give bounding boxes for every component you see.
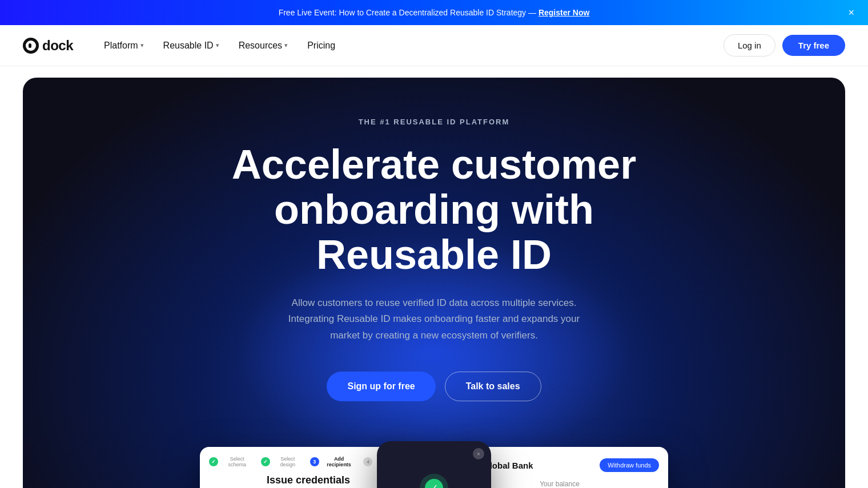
logo-icon [23,38,39,54]
step-label-1: Select schema [223,456,252,467]
svg-rect-1 [29,43,31,48]
banner-text: Free Live Event: How to Create a Decentr… [27,8,841,17]
step-3: 3 [310,457,319,466]
try-free-button[interactable]: Try free [782,35,845,56]
signup-button[interactable]: Sign up for free [327,372,435,401]
checkmark-icon: ✓ [425,479,443,488]
hero-screenshots: ✓ Select schema ✓ Select design 3 Add re… [34,435,834,488]
hero-buttons: Sign up for free Talk to sales [34,372,834,401]
nav-item-platform[interactable]: Platform ▾ [96,36,152,55]
hero-eyebrow: THE #1 REUSABLE ID PLATFORM [34,118,834,126]
nav-item-reusable-id[interactable]: Reusable ID ▾ [155,36,227,55]
logo-text: dock [42,38,73,54]
banner-message: Free Live Event: How to Create a Decentr… [279,8,536,17]
chevron-down-icon: ▾ [284,42,288,49]
banner-register-link[interactable]: Register Now [539,8,589,17]
talk-to-sales-button[interactable]: Talk to sales [445,372,541,401]
nav-reusable-id-label: Reusable ID [163,41,214,51]
nav-item-resources[interactable]: Resources ▾ [231,36,296,55]
nav: dock Platform ▾ Reusable ID ▾ Resources … [0,25,868,66]
chevron-down-icon: ▾ [216,42,219,49]
nav-item-pricing[interactable]: Pricing [299,36,343,55]
nav-actions: Log in Try free [724,34,845,57]
center-card-inner: × ✓ Credential Verified [377,441,491,488]
nav-pricing-label: Pricing [307,41,335,51]
chevron-down-icon: ▾ [140,42,144,49]
step-1: ✓ [209,457,218,466]
hero-subtitle: Allow customers to reuse verified ID dat… [274,295,594,345]
top-banner: Free Live Event: How to Create a Decentr… [0,0,868,25]
banner-close-button[interactable]: × [846,5,857,20]
logo[interactable]: dock [23,38,73,54]
step-2: ✓ [261,457,270,466]
step-label-3: Add recipients [324,456,355,467]
close-icon[interactable]: × [473,448,484,459]
verified-icon: ✓ [420,474,448,488]
hero-content: THE #1 REUSABLE ID PLATFORM Accelerate c… [23,78,845,488]
nav-resources-label: Resources [239,41,282,51]
hero-section: THE #1 REUSABLE ID PLATFORM Accelerate c… [23,78,845,488]
nav-links: Platform ▾ Reusable ID ▾ Resources ▾ Pri… [96,36,724,55]
withdraw-funds-button[interactable]: Withdraw funds [600,458,659,472]
nav-platform-label: Platform [104,41,138,51]
hero-title: Accelerate customer onboarding with Reus… [200,142,668,278]
login-button[interactable]: Log in [724,34,775,57]
credential-verified-card: × ✓ Credential Verified [377,441,491,488]
step-4: 4 [363,457,372,466]
step-label-2: Select design [275,456,301,467]
